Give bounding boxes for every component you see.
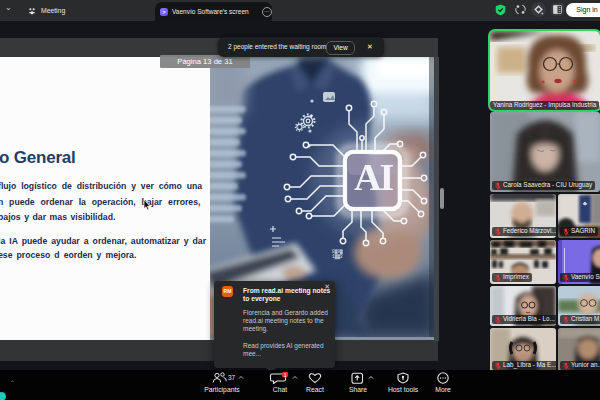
svg-text:37: 37 bbox=[228, 374, 236, 381]
svg-text:1: 1 bbox=[284, 372, 287, 378]
svg-text:AI: AI bbox=[354, 156, 393, 198]
